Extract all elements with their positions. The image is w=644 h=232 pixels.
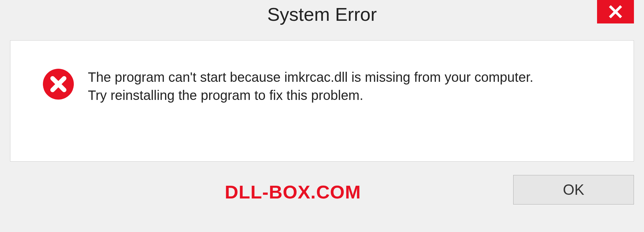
dialog-title: System Error bbox=[267, 3, 377, 25]
watermark-text: DLL-BOX.COM bbox=[225, 181, 361, 203]
close-icon bbox=[608, 5, 623, 19]
message-line-1: The program can't start because imkrcac.… bbox=[88, 68, 533, 86]
close-button[interactable] bbox=[597, 0, 634, 23]
ok-button[interactable]: OK bbox=[513, 175, 634, 205]
message-block: The program can't start because imkrcac.… bbox=[88, 67, 533, 104]
titlebar: System Error bbox=[0, 0, 644, 34]
message-line-2: Try reinstalling the program to fix this… bbox=[88, 86, 533, 104]
footer: DLL-BOX.COM OK bbox=[10, 172, 634, 219]
error-icon bbox=[42, 68, 74, 100]
content-panel: The program can't start because imkrcac.… bbox=[10, 40, 634, 162]
